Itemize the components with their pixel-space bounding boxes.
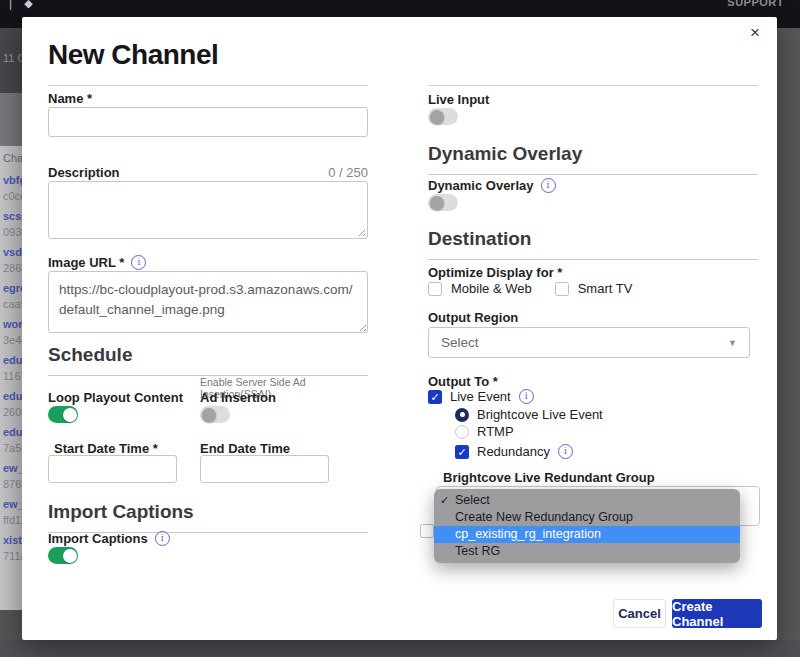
row-id: caa9 (3, 296, 22, 312)
toggle-knob (430, 196, 444, 210)
live-event-checkbox[interactable]: ✓ (428, 390, 442, 404)
partially-hidden-checkbox[interactable] (420, 524, 434, 538)
option-label: Test RG (455, 544, 500, 558)
row-name[interactable]: worke (3, 316, 22, 332)
row-id: 3e4d (3, 332, 22, 348)
option-label: Create New Redundancy Group (455, 510, 633, 524)
form-right-column: Live Input Dynamic Overlay Dynamic Overl… (428, 17, 758, 640)
row-id: 711a (3, 548, 22, 564)
loop-playout-toggle[interactable] (48, 406, 78, 423)
row-name[interactable]: edur (3, 352, 22, 368)
chevron-down-icon: ▼ (728, 338, 737, 348)
info-icon[interactable]: i (541, 178, 556, 193)
rtmp-radio[interactable] (455, 425, 469, 439)
description-textarea[interactable] (48, 181, 368, 239)
destination-heading: Destination (428, 228, 758, 260)
dropdown-option-highlighted[interactable]: cp_existing_rg_integration (434, 526, 740, 543)
smart-tv-checkbox[interactable] (555, 282, 569, 296)
toggle-knob (202, 408, 216, 422)
image-url-label: Image URL * (48, 255, 124, 270)
import-captions-label-row: Import Captions i (48, 531, 170, 546)
row-name[interactable]: egre (3, 280, 22, 296)
info-icon[interactable]: i (131, 255, 146, 270)
create-channel-button[interactable]: Create Channel (672, 599, 762, 628)
row-name[interactable]: edur (3, 424, 22, 440)
table-row[interactable]: edur7a58 (0, 424, 22, 456)
dropdown-option[interactable]: ✓Select (434, 492, 740, 509)
row-name[interactable]: xisti (3, 532, 22, 548)
dropdown-option[interactable]: Create New Redundancy Group (434, 509, 740, 526)
modal-footer: Cancel Create Channel (613, 599, 762, 628)
redundancy-checkbox[interactable]: ✓ (455, 445, 469, 459)
row-name[interactable]: edur (3, 388, 22, 404)
row-name[interactable]: scsc (3, 208, 22, 224)
row-id: c0cc (3, 188, 22, 204)
loop-playout-label: Loop Playout Content (48, 390, 183, 405)
info-icon[interactable]: i (155, 531, 170, 546)
table-row[interactable]: ew_8763 (0, 460, 22, 492)
table-row[interactable]: worke3e4d (0, 316, 22, 348)
row-id: 2868 (3, 260, 22, 276)
ad-insertion-toggle[interactable] (200, 406, 230, 423)
form-left-column: Name * Description 0 / 250 Image URL * i… (48, 17, 368, 640)
rtmp-label[interactable]: RTMP (477, 424, 514, 439)
output-to-label: Output To * (428, 374, 498, 389)
import-captions-toggle[interactable] (48, 547, 78, 564)
image-url-textarea[interactable]: https://bc-cloudplayout-prod.s3.amazonaw… (48, 271, 368, 333)
output-region-select[interactable]: Select ▼ (428, 327, 750, 358)
table-row[interactable]: vsdv2868 (0, 244, 22, 276)
support-link[interactable]: SUPPORT (727, 0, 784, 8)
table-row[interactable]: vbfgc0cc (0, 172, 22, 204)
table-row[interactable]: ew_ffd11 (0, 496, 22, 528)
dynamic-overlay-toggle[interactable] (428, 194, 458, 211)
mobile-web-checkbox[interactable] (428, 282, 442, 296)
redundancy-label[interactable]: Redundancy (477, 444, 550, 459)
row-name[interactable]: vsdv (3, 244, 22, 260)
live-input-label: Live Input (428, 92, 489, 107)
new-channel-modal: × New Channel Name * Description 0 / 250… (22, 17, 777, 640)
live-event-label[interactable]: Live Event (450, 389, 511, 404)
cancel-button[interactable]: Cancel (613, 599, 666, 628)
row-name[interactable]: ew_ (3, 496, 22, 512)
divider (428, 85, 758, 86)
row-name[interactable]: vbfg (3, 172, 22, 188)
live-event-row: ✓ Live Event i (428, 389, 534, 404)
table-row[interactable]: egrecaa9 (0, 280, 22, 312)
channel-count-fragment: 11 C (3, 52, 22, 64)
background-page-strip: 11 C Cha vbfgc0cc scsc0930 vsdv2868 egre… (0, 28, 22, 640)
table-row[interactable]: edur260e (0, 388, 22, 420)
row-id: 7a58 (3, 440, 22, 456)
table-row[interactable]: edur1167 (0, 352, 22, 384)
dynamic-overlay-heading: Dynamic Overlay (428, 143, 758, 175)
row-id: 8763 (3, 476, 22, 492)
info-icon[interactable]: i (519, 389, 534, 404)
output-region-label: Output Region (428, 310, 518, 325)
import-captions-heading: Import Captions (48, 501, 368, 533)
channel-table-fragment: Cha vbfgc0cc scsc0930 vsdv2868 egrecaa9 … (0, 146, 22, 610)
toggle-knob (63, 549, 77, 563)
start-date-input[interactable] (48, 455, 177, 483)
brightcove-live-event-label[interactable]: Brightcove Live Event (477, 407, 603, 422)
resize-handle-icon[interactable] (356, 227, 365, 236)
row-name[interactable]: ew_ (3, 460, 22, 476)
redundant-group-label: Brightcove Live Redundant Group (443, 470, 655, 485)
start-date-label: Start Date Time * (54, 441, 158, 456)
table-row[interactable]: scsc0930 (0, 208, 22, 240)
import-captions-label: Import Captions (48, 531, 148, 546)
smart-tv-label[interactable]: Smart TV (578, 281, 633, 296)
end-date-input[interactable] (200, 455, 329, 483)
mobile-web-label[interactable]: Mobile & Web (451, 281, 532, 296)
description-counter: 0 / 250 (328, 165, 368, 180)
brightcove-live-event-radio[interactable] (455, 408, 469, 422)
output-region-value: Select (441, 335, 479, 350)
brightcove-live-event-row: Brightcove Live Event (455, 407, 603, 422)
end-date-label: End Date Time (200, 441, 290, 456)
live-input-toggle[interactable] (428, 108, 458, 125)
name-input[interactable] (48, 107, 368, 137)
schedule-heading: Schedule (48, 344, 368, 376)
table-header-fragment: Cha (0, 146, 22, 172)
dropdown-option[interactable]: Test RG (434, 543, 740, 560)
table-row[interactable]: xisti711a (0, 532, 22, 564)
info-icon[interactable]: i (558, 444, 573, 459)
redundancy-row: ✓ Redundancy i (455, 444, 573, 459)
